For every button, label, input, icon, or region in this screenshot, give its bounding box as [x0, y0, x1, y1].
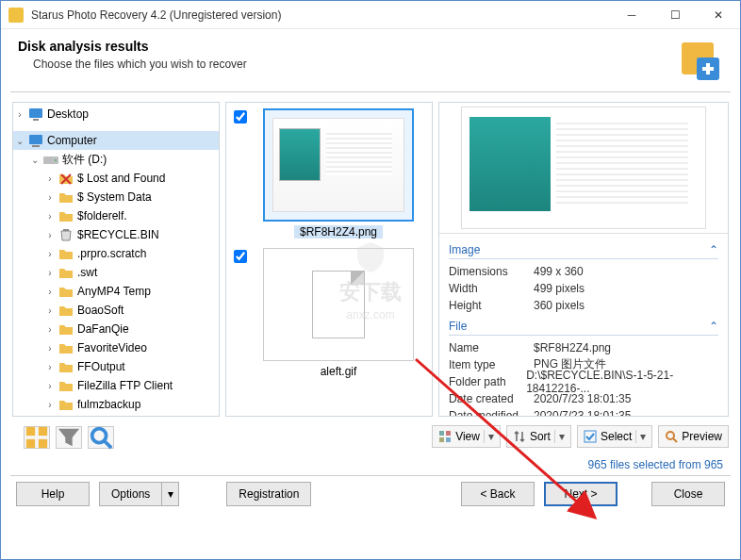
- thumb-checkbox[interactable]: [234, 250, 247, 263]
- collapse-icon[interactable]: ⌄: [28, 155, 41, 165]
- titlebar: Starus Photo Recovery 4.2 (Unregistered …: [1, 1, 740, 29]
- sort-dropdown[interactable]: Sort ▾: [506, 425, 571, 448]
- folder-icon: [58, 228, 74, 241]
- next-button[interactable]: Next >: [544, 482, 618, 506]
- svg-rect-5: [32, 145, 40, 147]
- expand-icon[interactable]: ›: [13, 109, 26, 120]
- tree-item[interactable]: ›AnyMP4 Temp: [13, 282, 219, 301]
- expand-icon[interactable]: ›: [43, 192, 57, 203]
- tree-item[interactable]: ›$ System Data: [13, 188, 219, 206]
- filter-button[interactable]: [56, 426, 82, 449]
- tree-item[interactable]: ›FileZilla FTP Client: [13, 376, 219, 395]
- button-bar: Help Options ▾ Registration < Back Next …: [1, 476, 740, 519]
- chevron-down-icon[interactable]: ▾: [635, 430, 646, 443]
- tree-item-label: $RECYCLE.BIN: [77, 228, 159, 241]
- options-button[interactable]: Options: [99, 482, 162, 506]
- expand-icon[interactable]: ›: [43, 230, 57, 240]
- options-dropdown[interactable]: ▾: [162, 482, 179, 506]
- expand-icon[interactable]: ›: [43, 324, 57, 335]
- tree-item[interactable]: ›$folderelf.: [13, 206, 219, 225]
- collapse-icon[interactable]: ⌄: [13, 136, 26, 146]
- chevron-down-icon[interactable]: ▾: [484, 430, 494, 443]
- svg-rect-17: [446, 437, 451, 442]
- back-button[interactable]: < Back: [461, 482, 535, 506]
- tree-item[interactable]: ›$ Lost and Found: [13, 169, 219, 188]
- expand-icon[interactable]: ›: [43, 287, 57, 297]
- folder-icon: [58, 285, 74, 298]
- kv-folder: Folder pathD:\$RECYCLE.BIN\S-1-5-21-1841…: [449, 373, 718, 390]
- folder-tree[interactable]: › Desktop ⌄ Computer ⌄ 软件 (D:) ›$ Lost a…: [12, 102, 220, 417]
- thumb-name: $RF8H2Z4.png: [294, 225, 383, 239]
- folder-icon: [58, 341, 74, 354]
- section-image[interactable]: Image ⌃: [449, 243, 718, 256]
- thumbnail-list[interactable]: $RF8H2Z4.pngaleft.gif: [225, 102, 433, 417]
- view-dropdown[interactable]: View ▾: [432, 425, 501, 448]
- minimize-button[interactable]: ─: [610, 1, 653, 29]
- view-mode-button[interactable]: [24, 426, 50, 449]
- section-file[interactable]: File ⌃: [449, 320, 718, 333]
- registration-button[interactable]: Registration: [226, 482, 311, 506]
- thumb-checkbox[interactable]: [234, 110, 247, 124]
- expand-icon[interactable]: ›: [43, 343, 57, 354]
- folder-icon: [58, 172, 74, 185]
- chevron-up-icon[interactable]: ⌃: [709, 320, 718, 333]
- preview-image: Word to: [461, 107, 706, 229]
- tree-item-label: $folderelf.: [77, 209, 127, 222]
- tree-drive[interactable]: ⌄ 软件 (D:): [13, 150, 219, 169]
- tree-item[interactable]: ›$RECYCLE.BIN: [13, 225, 219, 244]
- tree-computer[interactable]: ⌄ Computer: [13, 131, 219, 150]
- tree-item[interactable]: ›BoaoSoft: [13, 301, 219, 320]
- folder-icon: [58, 360, 74, 373]
- tree-item-label: $ System Data: [77, 190, 152, 204]
- tree-item[interactable]: ›DaFanQie: [13, 320, 219, 338]
- thumb-item[interactable]: $RF8H2Z4.png: [232, 108, 426, 239]
- thumb-box[interactable]: [263, 108, 414, 222]
- drive-icon: [43, 153, 58, 166]
- select-dropdown[interactable]: Select ▾: [577, 425, 652, 448]
- select-icon: [584, 430, 597, 443]
- close-button[interactable]: Close: [651, 482, 725, 506]
- tree-item-label: .prpro.scratch: [77, 247, 146, 260]
- svg-rect-8: [63, 229, 69, 231]
- thumb-item[interactable]: aleft.gif: [232, 248, 426, 378]
- close-window-button[interactable]: ✕: [697, 1, 740, 29]
- expand-icon[interactable]: ›: [43, 173, 57, 184]
- expand-icon[interactable]: ›: [43, 305, 57, 316]
- tree-item[interactable]: ›FavoriteVideo: [13, 338, 219, 357]
- preview-button[interactable]: Preview: [658, 425, 729, 448]
- header: Disk analysis results Choose the files w…: [1, 29, 740, 91]
- expand-icon[interactable]: ›: [43, 400, 57, 410]
- folder-icon: [58, 190, 74, 204]
- folder-icon: [58, 322, 74, 336]
- expand-icon[interactable]: ›: [43, 268, 57, 278]
- svg-rect-4: [29, 135, 42, 144]
- kv-height: Height360 pixels: [449, 297, 718, 314]
- chevron-up-icon[interactable]: ⌃: [709, 243, 718, 256]
- expand-icon[interactable]: ›: [43, 381, 57, 391]
- chevron-down-icon[interactable]: ▾: [554, 430, 565, 443]
- help-button[interactable]: Help: [16, 482, 90, 506]
- expand-icon[interactable]: ›: [43, 362, 57, 372]
- svg-rect-15: [446, 431, 451, 436]
- tree-item[interactable]: ›.prpro.scratch: [13, 244, 219, 263]
- tree-item[interactable]: ›fulmzbackup: [13, 395, 219, 414]
- expand-icon[interactable]: ›: [43, 211, 57, 222]
- tree-desktop[interactable]: › Desktop: [13, 105, 219, 124]
- folder-icon: [58, 379, 74, 392]
- details-panel: Word to Image ⌃ Dimensions499 x 360 Widt…: [438, 102, 729, 417]
- folder-icon: [58, 398, 74, 411]
- thumb-box[interactable]: [263, 248, 414, 361]
- maximize-button[interactable]: ☐: [653, 1, 697, 29]
- svg-rect-14: [439, 431, 444, 436]
- tree-item[interactable]: ›.swt: [13, 263, 219, 282]
- main: › Desktop ⌄ Computer ⌄ 软件 (D:) ›$ Lost a…: [1, 92, 740, 420]
- search-button[interactable]: [88, 426, 114, 449]
- folder-icon: [58, 266, 74, 279]
- app-icon: [8, 8, 24, 23]
- tree-item-label: DaFanQie: [77, 322, 129, 336]
- tree-item[interactable]: ›FFOutput: [13, 357, 219, 376]
- expand-icon[interactable]: ›: [43, 249, 57, 259]
- properties[interactable]: Image ⌃ Dimensions499 x 360 Width499 pix…: [439, 234, 728, 416]
- tree-item-label: .swt: [77, 266, 97, 279]
- wizard-icon: [678, 39, 723, 84]
